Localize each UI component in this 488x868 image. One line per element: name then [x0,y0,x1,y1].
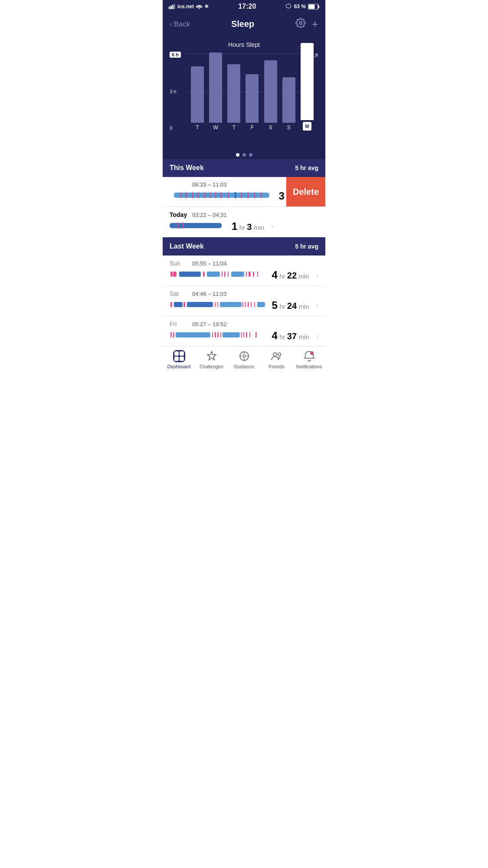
bar-day-label: T [233,124,236,131]
entry-time-range-fri: 05:27 – 10:52 [192,321,227,328]
svg-rect-31 [203,272,205,277]
svg-rect-54 [257,302,265,307]
status-carrier: ice.net ✳ [169,3,209,10]
bar-day-label: W [213,124,218,131]
sleep-entry-today[interactable]: Today 03:22 – 04:31 1 hr 3 min [163,207,325,237]
svg-rect-29 [173,272,177,277]
bar-value [246,74,259,123]
svg-rect-46 [215,302,216,307]
svg-rect-49 [242,302,243,307]
bar-value-current [301,43,314,120]
sleep-entry-fri[interactable]: Fri 05:27 – 10:52 [163,316,325,346]
dot-1[interactable] [236,153,239,157]
bar-sunday: S [280,77,298,131]
svg-rect-3 [174,4,175,9]
svg-rect-48 [220,302,242,307]
svg-rect-43 [174,302,183,307]
status-battery: 63 % [286,3,319,10]
svg-rect-56 [173,332,174,337]
chart-section: Hours Slept 6 h 3 h 0 T W T [163,37,325,149]
nav-item-guidance[interactable]: Guidance [228,350,260,369]
svg-rect-2 [172,5,174,9]
entry-duration-fri: 4 hr 37 min [270,330,309,342]
nav-item-notifications[interactable]: ··· Notifications [293,350,325,369]
svg-rect-22 [241,192,242,198]
last-week-entries: Sun 05:55 – 11:04 [163,255,325,346]
nav-item-dashboard[interactable]: Dashboard [163,350,195,369]
chart-bars: T W T F S S M [186,53,318,131]
bar-day-label: T [196,124,199,131]
y-label-0: 0 [170,125,181,131]
bar-value [227,64,240,123]
svg-rect-33 [222,272,223,277]
svg-rect-39 [253,272,254,277]
nav-item-friends[interactable]: Friends [260,350,293,369]
nav-bar: ‹ Back Sleep + [163,13,325,37]
dot-3[interactable] [249,153,252,157]
svg-rect-64 [243,332,244,337]
dashboard-label: Dashboard [167,364,191,369]
guidance-icon [238,350,250,362]
back-button[interactable]: ‹ Back [170,20,190,29]
svg-rect-17 [210,192,211,198]
sleep-entry-1[interactable]: 06:33 – 11:03 [163,177,325,207]
svg-rect-7 [308,4,314,9]
sleep-entry-sat[interactable]: Sat 04:46 – 11:03 [163,286,325,316]
svg-rect-71 [180,357,184,361]
svg-rect-57 [176,332,210,337]
nav-item-challenges[interactable]: Challenges [195,350,228,369]
svg-point-4 [199,8,200,9]
bar-value [264,60,277,123]
add-button[interactable]: + [312,17,318,31]
bar-day-label: F [251,124,254,131]
entry-duration-today: 1 hr 3 min [225,220,264,233]
bar-saturday: S [262,60,280,131]
svg-point-8 [299,22,302,24]
chart-title: Hours Slept [170,41,318,48]
dot-2[interactable] [242,153,246,157]
sleep-entry-sun[interactable]: Sun 05:55 – 11:04 [163,255,325,286]
chevron-right-sun: › [316,271,318,279]
entry-time-row-sat: Sat 04:46 – 11:03 [170,290,318,297]
chart-dots [163,149,325,159]
this-week-avg: 5 hr avg [295,164,318,171]
entry-day-sat: Sat [170,290,187,297]
bar-value [209,52,222,123]
chevron-right-today: › [271,223,273,230]
chart-container: 6 h 3 h 0 T W T F S [170,53,318,140]
challenges-icon [206,350,218,362]
entry-time-range-today: 03:22 – 04:31 [192,212,227,218]
svg-rect-41 [170,272,173,277]
entry-day-sun: Sun [170,260,187,267]
entry-time-row-sun: Sun 05:55 – 11:04 [170,260,318,267]
svg-rect-60 [217,332,219,337]
bar-value [191,66,204,123]
svg-rect-51 [248,302,249,307]
svg-rect-42 [170,302,172,307]
svg-rect-65 [246,332,247,337]
svg-rect-34 [224,272,226,277]
this-week-label: This Week [170,164,204,172]
svg-rect-44 [183,302,185,307]
delete-button-1[interactable]: Delete [286,177,325,206]
settings-button[interactable] [295,18,306,30]
svg-rect-38 [249,272,251,277]
svg-rect-21 [235,192,236,198]
svg-rect-1 [170,6,172,9]
svg-rect-45 [187,302,213,307]
svg-rect-63 [241,332,242,337]
svg-rect-66 [249,332,250,337]
y-label-6h: 6 h [170,52,181,58]
svg-text:···: ··· [311,352,312,355]
sleep-bar-sat [170,301,267,308]
bar-day-label: S [269,124,272,131]
svg-rect-61 [220,332,221,337]
svg-rect-14 [192,192,193,198]
chevron-right-fri: › [316,332,318,340]
svg-rect-59 [215,332,216,337]
last-week-header: Last Week 5 hr avg [163,237,325,255]
entry-info-fri: Fri 05:27 – 10:52 [170,321,318,342]
this-week-entries: 06:33 – 11:03 [163,177,325,237]
last-week-avg: 5 hr avg [295,243,318,250]
entry-time-range-sat: 04:46 – 11:03 [192,291,227,297]
